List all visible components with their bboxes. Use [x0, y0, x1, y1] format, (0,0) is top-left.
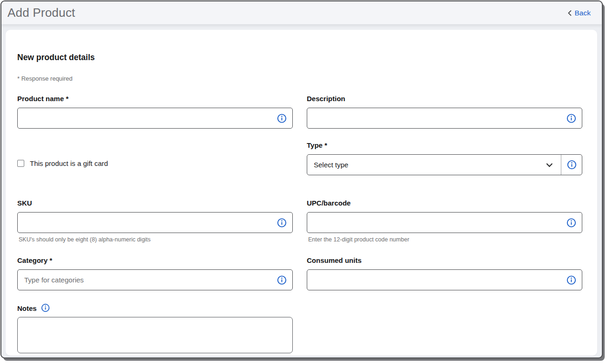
category-info-icon[interactable] — [277, 275, 287, 285]
form-row-product-description: Product name * Description — [17, 95, 582, 129]
consumed-units-input[interactable] — [307, 269, 582, 290]
product-name-input[interactable] — [17, 108, 293, 129]
consumed-units-input-wrap — [307, 269, 582, 290]
gift-card-checkbox[interactable] — [17, 160, 24, 167]
upc-label: UPC/barcode — [307, 199, 582, 207]
upc-input-wrap — [307, 212, 582, 233]
upc-input[interactable] — [307, 212, 582, 233]
required-note: * Response required — [17, 75, 582, 82]
category-label: Category * — [17, 256, 293, 264]
description-input[interactable] — [307, 108, 582, 129]
type-field-group: Type * Select type — [307, 141, 582, 175]
notes-label-row: Notes — [17, 304, 293, 312]
page-body: New product details * Response required … — [1, 24, 602, 357]
sku-field-group: SKU SKU's should only be eight (8) alpha… — [17, 199, 293, 243]
form-row-sku-upc: SKU SKU's should only be eight (8) alpha… — [17, 199, 582, 243]
new-product-details-card: New product details * Response required … — [6, 30, 597, 356]
sku-helper-text: SKU's should only be eight (8) alpha-num… — [19, 236, 293, 243]
category-field-group: Category * — [17, 256, 293, 290]
sku-label: SKU — [17, 199, 293, 207]
app-window: Add Product Back New product details * R… — [0, 0, 603, 358]
back-button[interactable]: Back — [567, 9, 591, 17]
sku-input[interactable] — [17, 212, 293, 233]
description-field-group: Description — [307, 95, 582, 129]
back-button-label: Back — [575, 9, 591, 17]
page-header: Add Product Back — [1, 1, 602, 24]
page-title: Add Product — [7, 6, 75, 20]
product-name-info-icon[interactable] — [277, 113, 287, 123]
upc-info-icon[interactable] — [566, 218, 576, 227]
product-name-label: Product name * — [17, 95, 293, 103]
description-label: Description — [307, 95, 582, 103]
notes-textarea[interactable] — [17, 317, 293, 353]
category-input-wrap — [17, 269, 293, 290]
gift-card-checkbox-row[interactable]: This product is a gift card — [17, 159, 293, 167]
upc-helper-text: Enter the 12-digit product code number — [308, 236, 582, 243]
sku-input-wrap — [17, 212, 293, 233]
category-input[interactable] — [17, 269, 293, 290]
form-row-category-consumed: Category * Consumed units — [17, 256, 582, 290]
product-name-input-wrap — [17, 108, 293, 129]
gift-card-cell: This product is a gift card — [17, 141, 293, 167]
gift-card-label: This product is a gift card — [30, 159, 108, 167]
chevron-left-icon — [567, 10, 572, 16]
consumed-units-label: Consumed units — [307, 256, 582, 264]
notes-field-group: Notes — [17, 304, 293, 355]
form-row-notes: Notes — [17, 304, 582, 355]
type-select[interactable]: Select type — [307, 155, 561, 175]
product-name-field-group: Product name * — [17, 95, 293, 129]
notes-info-icon[interactable] — [41, 303, 50, 312]
description-input-wrap — [307, 108, 582, 129]
upc-field-group: UPC/barcode Enter the 12-digit product c… — [307, 199, 582, 243]
chevron-down-icon — [546, 163, 553, 167]
consumed-units-info-icon[interactable] — [566, 275, 576, 285]
consumed-units-field-group: Consumed units — [307, 256, 582, 290]
type-info-icon[interactable] — [561, 155, 582, 175]
notes-label: Notes — [17, 304, 37, 312]
sku-info-icon[interactable] — [277, 218, 287, 227]
type-select-value: Select type — [314, 161, 348, 169]
description-info-icon[interactable] — [566, 113, 576, 123]
type-label: Type * — [307, 141, 582, 149]
panel-title: New product details — [17, 53, 582, 62]
form-row-giftcard-type: This product is a gift card Type * Selec… — [17, 141, 582, 175]
type-select-combo: Select type — [307, 154, 582, 175]
